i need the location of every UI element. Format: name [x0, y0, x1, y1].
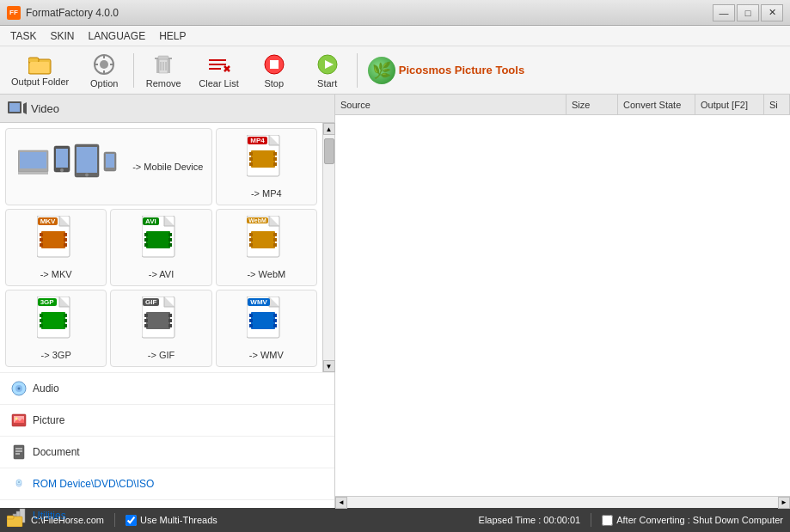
format-gif[interactable]: GIF -> GIF — [110, 290, 211, 367]
format-webm[interactable]: WebM -> WebM — [216, 209, 317, 286]
status-divider-2 — [591, 513, 591, 527]
minimize-button[interactable]: — — [713, 4, 735, 21]
svg-rect-94 — [64, 324, 67, 327]
col-source: Source — [335, 95, 566, 114]
video-section-header: Video — [0, 95, 334, 123]
svg-rect-23 — [270, 60, 279, 69]
remove-button[interactable]: Remove — [138, 50, 189, 91]
svg-rect-104 — [168, 319, 172, 322]
svg-rect-91 — [40, 324, 43, 327]
svg-rect-12 — [168, 59, 170, 73]
svg-rect-77 — [251, 231, 275, 248]
menu-help[interactable]: HELP — [152, 28, 193, 44]
svg-rect-55 — [41, 231, 65, 248]
picture-category[interactable]: Picture — [0, 404, 334, 436]
video-format-scroll[interactable]: -> Mobile Device — [0, 123, 322, 372]
svg-rect-72 — [168, 243, 172, 247]
start-button[interactable]: Start — [302, 50, 353, 91]
avi-label: -> AVI — [149, 269, 174, 279]
separator-2 — [357, 53, 358, 88]
svg-rect-68 — [144, 238, 148, 242]
clear-list-button[interactable]: Clear List — [191, 50, 246, 91]
title-bar: FF FormatFactory 4.0.0 — □ ✕ — [0, 0, 790, 26]
scroll-right-button[interactable]: ► — [778, 497, 790, 509]
multi-threads-checkbox[interactable]: Use Multi-Threads — [126, 515, 217, 526]
picosmos-icon: 🌿 — [368, 57, 395, 84]
audio-category[interactable]: Audio — [0, 372, 334, 404]
svg-rect-33 — [56, 149, 68, 168]
remove-label: Remove — [146, 78, 181, 89]
menu-skin[interactable]: SKIN — [43, 28, 81, 44]
rom-label: ROM Device\DVD\CD\ISO — [33, 478, 154, 490]
svg-rect-81 — [273, 233, 277, 236]
svg-rect-50 — [273, 162, 277, 166]
mp4-label: -> MP4 — [251, 188, 282, 199]
mobile-label: -> Mobile Device — [132, 162, 203, 172]
mkv-label: -> MKV — [40, 269, 72, 279]
svg-rect-101 — [144, 319, 148, 322]
svg-rect-88 — [41, 312, 65, 329]
svg-rect-60 — [64, 238, 67, 242]
video-scrollbar: ▲ ▼ — [322, 123, 334, 372]
shutdown-checkbox[interactable] — [602, 515, 613, 526]
main-content: Video — [0, 95, 790, 508]
scroll-up-button[interactable]: ▲ — [323, 123, 335, 135]
mobile-icon — [14, 139, 126, 191]
3gp-icon: 3GP — [33, 297, 80, 346]
svg-rect-114 — [273, 314, 277, 317]
format-mkv[interactable]: MKV -> MKV — [5, 209, 107, 286]
svg-point-4 — [100, 60, 108, 69]
svg-point-34 — [60, 168, 64, 172]
stop-button[interactable]: Stop — [248, 50, 300, 91]
folder-icon — [27, 54, 54, 75]
format-wmv[interactable]: WMV -> WMV — [216, 290, 317, 367]
close-button[interactable]: ✕ — [761, 4, 783, 21]
svg-rect-111 — [249, 314, 253, 317]
scroll-down-button[interactable]: ▼ — [323, 360, 335, 372]
svg-rect-78 — [249, 233, 253, 236]
col-size: Size — [566, 95, 618, 114]
svg-rect-112 — [249, 319, 253, 322]
svg-point-130 — [18, 481, 20, 483]
output-folder-button[interactable]: Output Folder — [3, 50, 77, 91]
svg-rect-30 — [20, 152, 46, 168]
video-section-icon — [7, 98, 28, 119]
svg-rect-18 — [209, 64, 226, 65]
stop-label: Stop — [264, 78, 284, 89]
menu-language[interactable]: LANGUAGE — [81, 28, 152, 44]
svg-point-37 — [85, 173, 89, 176]
toolbar: Output Folder Option — [0, 46, 790, 95]
svg-rect-57 — [40, 238, 43, 242]
document-category[interactable]: Document — [0, 436, 334, 468]
svg-rect-92 — [64, 314, 67, 317]
svg-rect-93 — [64, 319, 67, 322]
format-avi[interactable]: AVI -> AVI — [110, 209, 211, 286]
wmv-icon: WMV — [242, 297, 290, 346]
picosmos-button[interactable]: 🌿 Picosmos Picture Tools — [361, 53, 531, 88]
option-button[interactable]: Option — [78, 50, 130, 91]
menu-task[interactable]: TASK — [3, 28, 43, 44]
app-title: FormatFactory 4.0.0 — [26, 7, 713, 19]
format-3gp[interactable]: 3GP -> 3GP — [5, 290, 107, 367]
svg-rect-66 — [146, 231, 170, 248]
scroll-thumb[interactable] — [324, 138, 334, 164]
remove-icon — [150, 52, 177, 76]
svg-rect-100 — [144, 314, 148, 317]
svg-rect-115 — [273, 319, 277, 322]
after-converting: After Converting : Shut Down Computer — [602, 515, 783, 526]
svg-rect-70 — [168, 233, 172, 236]
format-mp4[interactable]: MP4 -> MP4 — [216, 128, 317, 205]
3gp-label: -> 3GP — [41, 350, 71, 360]
format-mobile[interactable]: -> Mobile Device — [5, 128, 212, 205]
rom-category[interactable]: ROM Device\DVD\CD\ISO — [0, 468, 334, 499]
maximize-button[interactable]: □ — [737, 4, 759, 21]
multi-threads-input[interactable] — [126, 515, 137, 526]
svg-rect-102 — [144, 324, 148, 327]
scroll-left-button[interactable]: ◄ — [335, 497, 347, 509]
start-label: Start — [317, 78, 337, 89]
audio-label: Audio — [33, 382, 59, 394]
svg-rect-10 — [156, 59, 159, 73]
svg-rect-2 — [30, 62, 49, 73]
picture-icon — [10, 412, 28, 429]
svg-rect-17 — [209, 59, 226, 61]
